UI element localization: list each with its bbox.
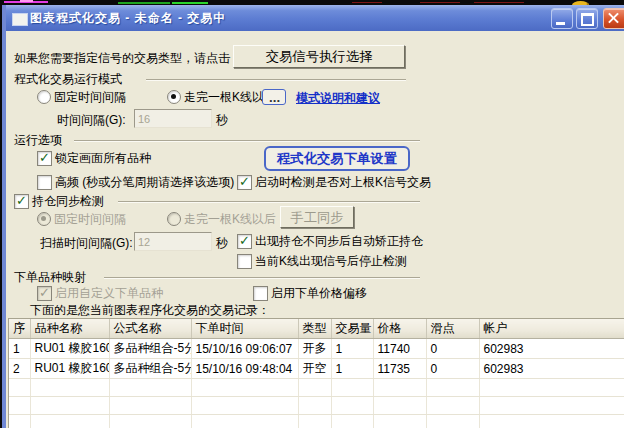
chart-line-green-1 <box>118 2 170 4</box>
title-bar[interactable]: 图表程式化交易 - 未命名 - 交易中 <box>6 5 624 31</box>
column-header-account: 帐户 <box>479 319 624 339</box>
mode-help-link[interactable]: 模式说明和建议 <box>296 90 380 107</box>
column-header-formula: 公式名称 <box>109 319 191 339</box>
cell-symbol: RU01 橡胶1601 <box>30 359 109 379</box>
column-header-price: 价格 <box>373 319 426 339</box>
intro-label: 如果您需要指定信号的交易类型，请点击 <box>14 51 230 65</box>
trade-records-table: 序 品种名称 公式名称 下单时间 类型 交易量 价格 滑点 帐户 1 RU01 … <box>8 318 624 428</box>
symbol-mapping-group-label: 下单品种映射 <box>14 270 86 284</box>
interval-unit-label: 秒 <box>216 113 228 127</box>
price-offset-checkbox[interactable] <box>253 286 268 301</box>
chart-line-red-2 <box>420 2 460 3</box>
scan-interval-input[interactable] <box>134 232 212 251</box>
auto-correct-checkbox[interactable] <box>237 234 252 249</box>
chart-line-red-1 <box>352 2 382 3</box>
startup-check-checkbox[interactable] <box>237 175 252 190</box>
cell-seq: 2 <box>9 359 30 379</box>
scan-interval-label: 扫描时间间隔(G): <box>40 236 133 250</box>
cell-seq: 1 <box>9 339 30 359</box>
sync-fixed-radio[interactable] <box>37 212 51 226</box>
cell-account: 602983 <box>479 339 624 359</box>
table-row[interactable]: 1 RU01 橡胶1601 多品种组合-5分 15/10/16 09:06:07… <box>9 339 624 359</box>
run-mode-kline-radio[interactable] <box>167 90 181 104</box>
maximize-icon <box>581 13 594 26</box>
sync-fixed-label[interactable]: 固定时间间隔 <box>54 212 126 226</box>
cell-price: 11735 <box>373 359 426 379</box>
high-freq-checkbox[interactable] <box>37 175 52 190</box>
maximize-button[interactable] <box>576 8 598 29</box>
interval-input[interactable] <box>134 109 212 128</box>
app-icon <box>12 13 28 26</box>
records-caption: 下面的是您当前图表程序化交易的交易记录： <box>30 303 270 317</box>
cell-slippage: 0 <box>426 339 479 359</box>
lock-all-checkbox[interactable] <box>37 151 52 166</box>
high-freq-label[interactable]: 高频 (秒或分笔周期请选择该选项) <box>55 175 234 189</box>
stop-detect-label[interactable]: 当前K线出现信号后停止检测 <box>255 254 407 268</box>
sync-kline-label[interactable]: 走完一根K线以后 <box>184 212 276 226</box>
cell-slippage: 0 <box>426 359 479 379</box>
manual-sync-button[interactable]: 手工同步 <box>280 206 354 228</box>
table-header-row: 序 品种名称 公式名称 下单时间 类型 交易量 价格 滑点 帐户 <box>9 319 624 339</box>
cell-symbol: RU01 橡胶1601 <box>30 339 109 359</box>
cell-volume: 1 <box>331 359 373 379</box>
trade-dialog-window: 图表程式化交易 - 未命名 - 交易中 如果您需要指定信号的交易类型，请点击 交… <box>2 5 624 428</box>
table-row[interactable]: 2 RU01 橡胶1601 多品种组合-5分 15/10/16 09:48:04… <box>9 359 624 379</box>
interval-label: 时间间隔(G): <box>57 113 126 127</box>
position-sync-group-line <box>118 201 420 202</box>
cell-formula: 多品种组合-5分 <box>109 339 191 359</box>
column-header-time: 下单时间 <box>191 319 298 339</box>
cell-type: 开空 <box>298 359 331 379</box>
close-button[interactable] <box>603 8 624 29</box>
chart-line-green-2 <box>172 2 208 4</box>
run-mode-group-label: 程式化交易运行模式 <box>14 72 122 86</box>
table-empty-row <box>9 415 624 428</box>
auto-correct-label[interactable]: 出现持仓不同步后自动矫正持仓 <box>255 234 423 248</box>
mode-more-button[interactable]: ... <box>262 89 286 105</box>
minimize-button[interactable] <box>551 8 573 29</box>
stop-detect-checkbox[interactable] <box>237 254 252 269</box>
run-options-group-line <box>74 140 420 141</box>
chart-line-pink <box>20 0 33 2</box>
symbol-mapping-group-line <box>104 277 420 278</box>
table-empty-row <box>9 397 624 415</box>
run-mode-fixed-radio[interactable] <box>37 90 51 104</box>
startup-check-label[interactable]: 启动时检测是否对上根K信号交易 <box>255 175 431 189</box>
minimize-icon <box>556 22 565 25</box>
column-header-volume: 交易量 <box>331 319 373 339</box>
cell-formula: 多品种组合-5分 <box>109 359 191 379</box>
cell-volume: 1 <box>331 339 373 359</box>
run-mode-fixed-label[interactable]: 固定时间间隔 <box>54 90 126 104</box>
scan-interval-unit-label: 秒 <box>216 236 228 250</box>
order-settings-button[interactable]: 程式化交易下单设置 <box>264 146 410 171</box>
cell-time: 15/10/16 09:48:04 <box>191 359 298 379</box>
position-sync-checkbox[interactable] <box>14 194 29 209</box>
run-mode-group-line <box>146 79 406 80</box>
lock-all-label[interactable]: 锁定画面所有品种 <box>55 151 151 165</box>
window-title: 图表程式化交易 - 未命名 - 交易中 <box>30 5 226 31</box>
cell-account: 602983 <box>479 359 624 379</box>
chart-line-red-3 <box>474 2 524 3</box>
position-sync-group-label[interactable]: 持仓同步检测 <box>32 194 104 208</box>
signal-select-button[interactable]: 交易信号执行选择 <box>233 45 405 68</box>
cell-price: 11740 <box>373 339 426 359</box>
column-header-seq: 序 <box>9 319 30 339</box>
custom-symbol-label[interactable]: 启用自定义下单品种 <box>55 286 163 300</box>
column-header-slippage: 滑点 <box>426 319 479 339</box>
price-offset-label[interactable]: 启用下单价格偏移 <box>271 286 367 300</box>
table-empty-row <box>9 379 624 397</box>
sync-kline-radio[interactable] <box>167 212 181 226</box>
column-header-symbol: 品种名称 <box>30 319 109 339</box>
custom-symbol-checkbox[interactable] <box>37 286 52 301</box>
run-options-group-label: 运行选项 <box>14 133 62 147</box>
column-header-type: 类型 <box>298 319 331 339</box>
cell-time: 15/10/16 09:06:07 <box>191 339 298 359</box>
cell-type: 开多 <box>298 339 331 359</box>
